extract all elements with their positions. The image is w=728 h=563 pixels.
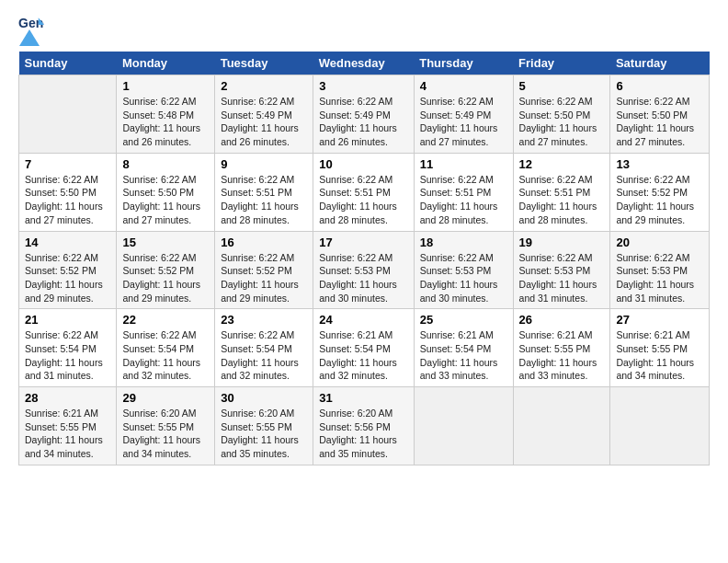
cell-content: Sunrise: 6:20 AM Sunset: 5:56 PM Dayligh… <box>319 407 407 461</box>
day-number: 8 <box>122 157 209 171</box>
cell-content: Sunrise: 6:22 AM Sunset: 5:49 PM Dayligh… <box>420 95 507 149</box>
day-number: 10 <box>319 157 407 171</box>
cell-content: Sunrise: 6:21 AM Sunset: 5:55 PM Dayligh… <box>616 328 703 383</box>
day-number: 30 <box>221 391 307 405</box>
cell-content: Sunrise: 6:22 AM Sunset: 5:50 PM Dayligh… <box>519 95 605 149</box>
calendar-week-4: 21Sunrise: 6:22 AM Sunset: 5:54 PM Dayli… <box>19 309 710 387</box>
calendar-cell: 24Sunrise: 6:21 AM Sunset: 5:54 PM Dayli… <box>313 309 414 387</box>
cell-content: Sunrise: 6:22 AM Sunset: 5:52 PM Dayligh… <box>25 251 110 305</box>
cell-content: Sunrise: 6:22 AM Sunset: 5:48 PM Dayligh… <box>122 95 209 149</box>
calendar-cell: 7Sunrise: 6:22 AM Sunset: 5:50 PM Daylig… <box>19 153 117 231</box>
calendar-cell: 12Sunrise: 6:22 AM Sunset: 5:51 PM Dayli… <box>513 153 610 231</box>
weekday-header-monday: Monday <box>117 52 215 75</box>
calendar-cell <box>513 387 610 465</box>
day-number: 22 <box>122 313 209 327</box>
day-number: 18 <box>420 236 507 249</box>
day-number: 23 <box>221 313 307 327</box>
cell-content: Sunrise: 6:20 AM Sunset: 5:55 PM Dayligh… <box>122 407 209 461</box>
day-number: 21 <box>25 313 110 327</box>
cell-content: Sunrise: 6:21 AM Sunset: 5:55 PM Dayligh… <box>25 407 110 461</box>
calendar-cell: 4Sunrise: 6:22 AM Sunset: 5:49 PM Daylig… <box>414 75 513 154</box>
calendar-week-5: 28Sunrise: 6:21 AM Sunset: 5:55 PM Dayli… <box>19 387 710 465</box>
calendar-cell: 17Sunrise: 6:22 AM Sunset: 5:53 PM Dayli… <box>313 231 414 309</box>
day-number: 3 <box>319 79 407 93</box>
calendar-cell: 26Sunrise: 6:21 AM Sunset: 5:55 PM Dayli… <box>513 309 610 387</box>
calendar-cell: 13Sunrise: 6:22 AM Sunset: 5:52 PM Dayli… <box>610 153 710 231</box>
cell-content: Sunrise: 6:22 AM Sunset: 5:53 PM Dayligh… <box>420 251 507 305</box>
day-number: 20 <box>616 236 703 249</box>
cell-content: Sunrise: 6:22 AM Sunset: 5:51 PM Dayligh… <box>519 173 605 227</box>
cell-content: Sunrise: 6:21 AM Sunset: 5:54 PM Dayligh… <box>319 328 407 383</box>
cell-content: Sunrise: 6:22 AM Sunset: 5:51 PM Dayligh… <box>221 173 307 227</box>
page: General SundayMondayTuesdayWednesdayThur… <box>0 0 728 475</box>
weekday-header-friday: Friday <box>513 52 610 75</box>
calendar-cell: 5Sunrise: 6:22 AM Sunset: 5:50 PM Daylig… <box>513 75 610 154</box>
calendar-cell: 18Sunrise: 6:22 AM Sunset: 5:53 PM Dayli… <box>414 231 513 309</box>
cell-content: Sunrise: 6:22 AM Sunset: 5:53 PM Dayligh… <box>519 251 605 305</box>
calendar-cell: 25Sunrise: 6:21 AM Sunset: 5:54 PM Dayli… <box>414 309 513 387</box>
day-number: 25 <box>420 313 507 327</box>
day-number: 1 <box>122 79 209 93</box>
cell-content: Sunrise: 6:22 AM Sunset: 5:54 PM Dayligh… <box>122 328 209 383</box>
cell-content: Sunrise: 6:22 AM Sunset: 5:54 PM Dayligh… <box>25 328 110 383</box>
calendar-week-2: 7Sunrise: 6:22 AM Sunset: 5:50 PM Daylig… <box>19 153 710 231</box>
cell-content: Sunrise: 6:21 AM Sunset: 5:55 PM Dayligh… <box>519 328 605 383</box>
logo: General <box>18 15 46 42</box>
day-number: 26 <box>519 313 605 327</box>
cell-content: Sunrise: 6:21 AM Sunset: 5:54 PM Dayligh… <box>420 328 507 383</box>
calendar-week-3: 14Sunrise: 6:22 AM Sunset: 5:52 PM Dayli… <box>19 231 710 309</box>
day-number: 29 <box>122 391 209 405</box>
cell-content: Sunrise: 6:22 AM Sunset: 5:51 PM Dayligh… <box>420 173 507 227</box>
calendar-cell: 27Sunrise: 6:21 AM Sunset: 5:55 PM Dayli… <box>610 309 710 387</box>
day-number: 6 <box>616 79 703 93</box>
calendar-cell: 10Sunrise: 6:22 AM Sunset: 5:51 PM Dayli… <box>313 153 414 231</box>
day-number: 15 <box>122 236 209 249</box>
day-number: 9 <box>221 157 307 171</box>
day-number: 24 <box>319 313 407 327</box>
day-number: 16 <box>221 236 307 249</box>
cell-content: Sunrise: 6:22 AM Sunset: 5:51 PM Dayligh… <box>319 173 407 227</box>
calendar-cell: 29Sunrise: 6:20 AM Sunset: 5:55 PM Dayli… <box>117 387 215 465</box>
calendar-cell <box>414 387 513 465</box>
cell-content: Sunrise: 6:22 AM Sunset: 5:49 PM Dayligh… <box>319 95 407 149</box>
day-number: 14 <box>25 236 110 249</box>
day-number: 11 <box>420 157 507 171</box>
calendar-cell: 23Sunrise: 6:22 AM Sunset: 5:54 PM Dayli… <box>215 309 313 387</box>
logo-bird-icon <box>19 29 40 46</box>
day-number: 27 <box>616 313 703 327</box>
cell-content: Sunrise: 6:22 AM Sunset: 5:49 PM Dayligh… <box>221 95 307 149</box>
calendar-cell: 3Sunrise: 6:22 AM Sunset: 5:49 PM Daylig… <box>313 75 414 154</box>
calendar-cell: 6Sunrise: 6:22 AM Sunset: 5:50 PM Daylig… <box>610 75 710 154</box>
day-number: 2 <box>221 79 307 93</box>
day-number: 17 <box>319 236 407 249</box>
day-number: 5 <box>519 79 605 93</box>
weekday-header-thursday: Thursday <box>414 52 513 75</box>
calendar-cell: 8Sunrise: 6:22 AM Sunset: 5:50 PM Daylig… <box>117 153 215 231</box>
weekday-header-wednesday: Wednesday <box>313 52 414 75</box>
cell-content: Sunrise: 6:22 AM Sunset: 5:50 PM Dayligh… <box>25 173 110 227</box>
day-number: 7 <box>25 157 110 171</box>
calendar-cell: 28Sunrise: 6:21 AM Sunset: 5:55 PM Dayli… <box>19 387 117 465</box>
day-number: 19 <box>519 236 605 249</box>
calendar-table: SundayMondayTuesdayWednesdayThursdayFrid… <box>18 52 710 465</box>
header-row: SundayMondayTuesdayWednesdayThursdayFrid… <box>19 52 710 75</box>
calendar-cell: 30Sunrise: 6:20 AM Sunset: 5:55 PM Dayli… <box>215 387 313 465</box>
cell-content: Sunrise: 6:22 AM Sunset: 5:53 PM Dayligh… <box>319 251 407 305</box>
day-number: 4 <box>420 79 507 93</box>
day-number: 13 <box>616 157 703 171</box>
calendar-cell: 16Sunrise: 6:22 AM Sunset: 5:52 PM Dayli… <box>215 231 313 309</box>
calendar-cell: 19Sunrise: 6:22 AM Sunset: 5:53 PM Dayli… <box>513 231 610 309</box>
day-number: 12 <box>519 157 605 171</box>
weekday-header-tuesday: Tuesday <box>215 52 313 75</box>
cell-content: Sunrise: 6:22 AM Sunset: 5:50 PM Dayligh… <box>122 173 209 227</box>
cell-content: Sunrise: 6:22 AM Sunset: 5:54 PM Dayligh… <box>221 328 307 383</box>
calendar-cell: 1Sunrise: 6:22 AM Sunset: 5:48 PM Daylig… <box>117 75 215 154</box>
calendar-cell <box>610 387 710 465</box>
cell-content: Sunrise: 6:22 AM Sunset: 5:52 PM Dayligh… <box>221 251 307 305</box>
calendar-week-1: 1Sunrise: 6:22 AM Sunset: 5:48 PM Daylig… <box>19 75 710 154</box>
calendar-cell: 14Sunrise: 6:22 AM Sunset: 5:52 PM Dayli… <box>19 231 117 309</box>
day-number: 31 <box>319 391 407 405</box>
calendar-cell: 11Sunrise: 6:22 AM Sunset: 5:51 PM Dayli… <box>414 153 513 231</box>
calendar-cell: 31Sunrise: 6:20 AM Sunset: 5:56 PM Dayli… <box>313 387 414 465</box>
calendar-cell: 20Sunrise: 6:22 AM Sunset: 5:53 PM Dayli… <box>610 231 710 309</box>
